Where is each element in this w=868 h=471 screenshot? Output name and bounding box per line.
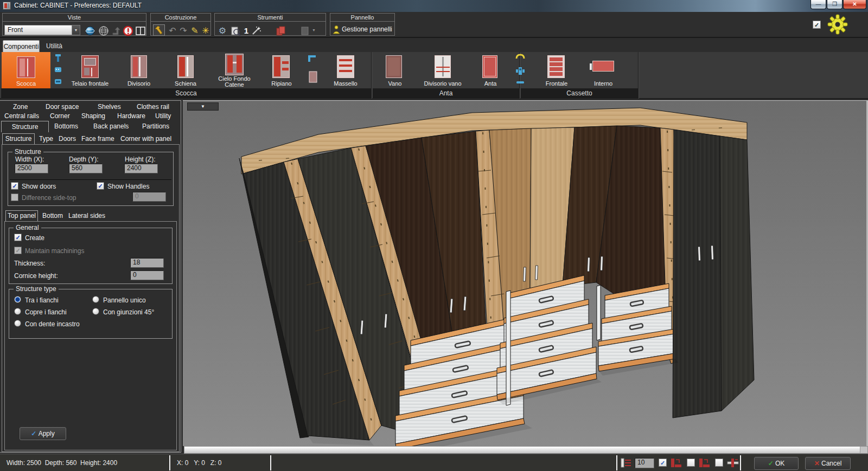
component-schiena-button[interactable]: Schiena [163, 52, 208, 88]
apply-button[interactable]: ✓ Apply [20, 427, 66, 440]
create-label: Create [25, 234, 44, 242]
count-one-label[interactable]: 1 [241, 25, 252, 36]
tab-bottom[interactable]: Bottom [42, 212, 63, 220]
wireframe-view-icon[interactable] [98, 25, 109, 36]
sidebar-tab-row-1: Zone Door space Shelves Clothes rail [0, 103, 180, 112]
radio-copre-i-fianchi-label: Copre i fianchi [25, 308, 67, 316]
subtab-row: Structure Type Doors Face frame Corner w… [0, 135, 180, 144]
3d-viewport[interactable]: ▼ [183, 100, 868, 446]
view-dropdown-value: Front [8, 26, 23, 34]
sidebar-tab-central-rails[interactable]: Central rails [4, 112, 39, 120]
cancel-button[interactable]: ✕ Cancel [805, 457, 851, 470]
cornice-height-field[interactable]: 0 [130, 270, 164, 280]
radio-con-giunzioni[interactable] [92, 308, 99, 315]
small-panel-icon [309, 72, 317, 82]
status-coordinates: X: 0 Y: 0 Z: 0 [177, 459, 222, 467]
undo-icon[interactable]: ↶ [167, 25, 178, 36]
small-tool-icon-column [52, 52, 64, 88]
alert-icon[interactable] [123, 25, 133, 36]
panel-gray-dropdown-icon[interactable]: ▼ [312, 28, 316, 32]
magic-wand-icon[interactable] [251, 25, 261, 36]
sidebar-tab-shaping[interactable]: Shaping [81, 112, 105, 120]
depth-field[interactable]: 560 [69, 164, 103, 173]
settings-gears-icon[interactable]: ⚙ [217, 25, 228, 36]
sidebar-tab-partitions[interactable]: Partitions [142, 122, 169, 130]
radio-pannello-unico[interactable] [92, 296, 99, 303]
status-checkbox-2[interactable] [687, 459, 695, 467]
close-button[interactable]: ✕ [843, 0, 866, 9]
sidebar-tab-structure[interactable]: Structure [1, 121, 49, 132]
panel-section-icon [727, 458, 739, 469]
sidebar-tab-zone[interactable]: Zone [13, 103, 28, 111]
split-view-icon[interactable] [135, 25, 146, 36]
sidebar-tab-utility[interactable]: Utility [155, 112, 171, 120]
component-telaio-frontale-button[interactable]: Telaio frontale [65, 52, 115, 88]
sidebar-tab-back-panels[interactable]: Back panels [93, 122, 129, 130]
tab-top-panel[interactable]: Top panel [5, 210, 38, 221]
scrollbar-end-cap[interactable] [860, 447, 867, 453]
subtab-doors[interactable]: Doors [59, 135, 76, 143]
zoom-page-icon[interactable] [230, 25, 241, 36]
ribbon-group-label-cassetto: Cassetto [521, 88, 638, 99]
view-dropdown[interactable]: Front ▼ [4, 25, 80, 35]
status-checkbox-3[interactable] [715, 459, 723, 467]
drawer-spacing-icon[interactable] [621, 458, 631, 469]
toolbar-checkbox[interactable]: ✓ [813, 21, 821, 29]
height-field[interactable]: 2400 [124, 164, 158, 173]
radio-con-dente-incastro[interactable] [14, 320, 21, 327]
show-handles-checkbox[interactable]: ✓ [97, 182, 104, 190]
subtab-type[interactable]: Type [39, 135, 53, 143]
sidebar-tab-hardware[interactable]: Hardware [117, 112, 145, 120]
subtab-corner-with-panel[interactable]: Corner with panel [120, 135, 171, 143]
shaded-view-icon[interactable] [85, 25, 95, 36]
show-doors-checkbox[interactable]: ✓ [11, 182, 18, 190]
component-ripiano-button[interactable]: Ripiano [260, 52, 303, 88]
sidebar-tab-door-space[interactable]: Door space [46, 103, 79, 111]
subtab-face-frame[interactable]: Face frame [81, 135, 114, 143]
render-star-icon[interactable]: ✳ [200, 25, 211, 36]
sidebar-tab-corner[interactable]: Corner [50, 112, 70, 120]
gestione-pannelli-button[interactable]: Gestione pannelli [332, 24, 393, 35]
status-separator [740, 455, 741, 470]
hinge-icon [516, 67, 525, 75]
component-divisorio-vano-button[interactable]: Divisorio vano [418, 52, 468, 88]
component-divisorio-button[interactable]: Divisorio [117, 52, 161, 88]
horizontal-scrollbar[interactable] [184, 446, 868, 454]
component-anta-button[interactable]: Anta [470, 52, 511, 88]
component-cielo-fondo-catene-button[interactable]: Cielo Fondo Catene [210, 52, 259, 88]
maintain-machinings-checkbox[interactable]: ✓ [14, 247, 22, 254]
thickness-field[interactable]: 18 [130, 258, 164, 268]
component-vano-button[interactable]: Vano [374, 52, 416, 88]
settings-gear-icon[interactable] [827, 14, 848, 37]
minimize-button[interactable]: — [810, 0, 826, 9]
width-field[interactable]: 2500 [15, 164, 48, 173]
sidebar-tab-clothes-rail[interactable]: Clothes rail [137, 103, 169, 111]
status-checkbox-1[interactable]: ✓ [659, 459, 667, 467]
main-toolbar: Viste Front ▼ Costruzione ↶ ↷ ✎ ✳ Strume… [0, 12, 868, 38]
component-massello-button[interactable]: Massello [323, 52, 368, 88]
tab-utilita[interactable]: Utilità [42, 40, 66, 52]
tab-lateral-sides[interactable]: Lateral sides [68, 212, 105, 220]
create-checkbox[interactable]: ✓ [14, 234, 22, 241]
restore-button[interactable]: ❐ [827, 0, 843, 9]
build-hammer-icon[interactable] [153, 24, 165, 36]
sidebar-tab-bottoms[interactable]: Bottoms [54, 122, 78, 130]
rotate-view-icon[interactable] [111, 25, 122, 36]
ok-button[interactable]: ✓ OK [754, 457, 799, 470]
component-scocca-button[interactable]: Scocca [2, 52, 50, 88]
subtab-structure[interactable]: Structure [2, 133, 35, 144]
edit-pencil-icon[interactable]: ✎ [189, 25, 200, 36]
cancel-label: Cancel [821, 460, 841, 467]
radio-copre-i-fianchi[interactable] [14, 308, 21, 315]
difference-side-top-checkbox[interactable] [11, 193, 18, 201]
component-frontale-button[interactable]: Frontale [537, 52, 576, 88]
component-interno-button[interactable]: Interno [578, 52, 628, 88]
radio-tra-i-fianchi[interactable] [14, 296, 21, 303]
panels-red-icon[interactable] [276, 25, 286, 36]
tab-componenti[interactable]: Componenti [3, 40, 40, 52]
chevron-down-icon[interactable]: ▼ [72, 25, 80, 35]
redo-icon[interactable]: ↷ [178, 25, 189, 36]
spacing-field[interactable]: 10 [635, 458, 654, 468]
ribbon: Scocca Anta Cassetto Scocca Telaio front… [0, 52, 868, 99]
sidebar-tab-shelves[interactable]: Shelves [98, 103, 121, 111]
